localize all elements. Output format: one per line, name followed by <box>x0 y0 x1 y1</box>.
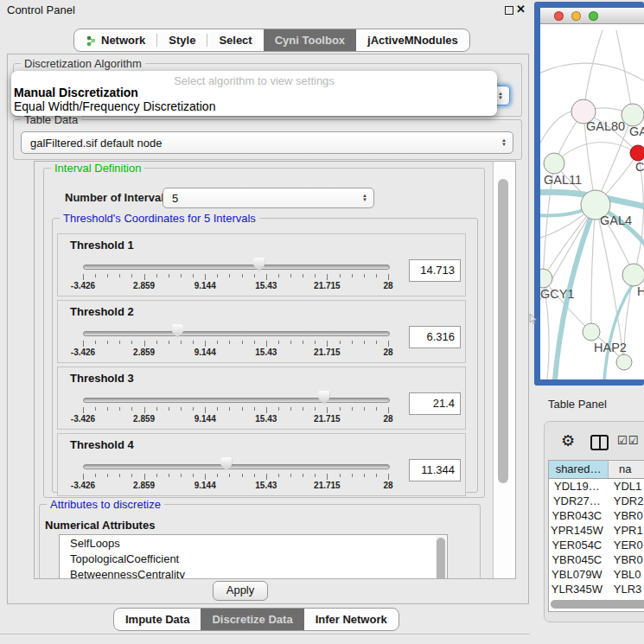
tab-style[interactable]: Style <box>157 29 207 51</box>
network-node-gal11[interactable] <box>544 153 564 174</box>
slider-tick <box>376 341 377 344</box>
attributes-to-discretize-group: Attributes to discretize Numerical Attri… <box>39 504 481 579</box>
tab-cyni-toolbox[interactable]: Cyni Toolbox <box>264 29 356 51</box>
slider-tick <box>95 274 96 277</box>
table-cell: YBR0 <box>605 552 644 567</box>
tab-discretize-data[interactable]: Discretize Data <box>201 609 303 630</box>
tab-select[interactable]: Select <box>207 29 263 51</box>
table-hscrollbar-thumb[interactable] <box>551 600 644 609</box>
close-icon[interactable]: ✕ <box>516 3 526 16</box>
slider-tick <box>193 274 194 277</box>
footer-divider <box>0 634 530 634</box>
table-row[interactable]: YLR345WYLR3 <box>549 582 644 596</box>
network-window-titlebar <box>540 8 644 24</box>
table-horizontal-scrollbar[interactable] <box>551 600 644 609</box>
number-of-intervals-combobox[interactable]: 5 ▲▼ <box>163 188 374 208</box>
panel-title: Control Panel <box>7 3 75 16</box>
slider-tick <box>229 407 230 411</box>
settings-gear-icon[interactable]: ⚙ <box>561 431 575 450</box>
threshold-value-field[interactable]: 11.344 <box>409 459 461 481</box>
float-window-icon[interactable] <box>505 6 513 15</box>
table-header-cell[interactable]: shared… <box>549 461 609 478</box>
threshold-panel: Threshold 1-3.4262.8599.14415.4321.71528… <box>57 233 466 296</box>
table-cell: YDL1 <box>605 479 644 494</box>
slider-tick-label: 2.859 <box>125 281 163 290</box>
slider-tick <box>388 341 389 347</box>
table-data-combobox[interactable]: galFiltered.sif default node ▲▼ <box>21 131 513 154</box>
table-row[interactable]: YBL079WYBL0 <box>549 567 644 582</box>
slider-tick <box>193 407 194 411</box>
slider-tick <box>144 474 145 480</box>
network-node-hap2[interactable] <box>583 323 600 341</box>
slider-tick <box>119 474 120 477</box>
slider-tick <box>376 474 377 477</box>
slider-tick <box>278 407 279 411</box>
close-traffic-light-icon[interactable] <box>554 11 564 21</box>
slider-tick <box>83 341 84 347</box>
slider-tick-label: 15.43 <box>247 348 285 357</box>
tab-jactivemnodules[interactable]: jActiveMNodules <box>356 29 469 51</box>
table-data-group: Table Data galFiltered.sif default node … <box>13 119 522 160</box>
list-scrollbar-thumb[interactable] <box>437 538 445 579</box>
slider-tick-label: -3.426 <box>64 281 102 290</box>
network-node-ga[interactable] <box>622 104 644 126</box>
zoom-traffic-light-icon[interactable] <box>589 11 598 21</box>
dropdown-item[interactable]: Equal Width/Frequency Discretization <box>14 99 215 113</box>
table-row[interactable]: YPR145WYPR1 <box>549 523 644 538</box>
apply-button[interactable]: Apply <box>213 581 268 601</box>
select-columns-checkboxes-icon[interactable]: ☑☑ <box>617 434 639 447</box>
tab-infer-network[interactable]: Infer Network <box>304 609 399 630</box>
table-row[interactable]: YDR27…YDR2 <box>549 494 644 508</box>
interval-definition-group: Interval Definition Number of Intervals … <box>43 168 485 498</box>
slider-tick-label: 21.715 <box>308 414 346 424</box>
attribute-list-item[interactable]: SelfLoops <box>60 535 447 551</box>
control-panel-tabs: NetworkStyleSelectCyni ToolboxjActiveMNo… <box>73 29 470 52</box>
slider-track[interactable] <box>83 265 390 270</box>
panel-scrollbar[interactable] <box>493 162 515 578</box>
slider-tick <box>303 341 303 344</box>
table-cell: YER0 <box>605 538 644 552</box>
slider-track[interactable] <box>83 331 390 336</box>
minimize-traffic-light-icon[interactable] <box>571 11 581 21</box>
table-header-row: shared…na <box>549 461 644 479</box>
network-node-c[interactable] <box>630 145 644 161</box>
tab-network[interactable]: Network <box>74 29 156 51</box>
table-row[interactable]: YBR045CYBR0 <box>549 552 644 567</box>
slider-tick <box>352 274 353 277</box>
slider-tick <box>254 341 255 344</box>
slider-tick-label: 2.859 <box>125 414 163 424</box>
slider-track[interactable] <box>83 464 390 469</box>
attribute-list-item[interactable]: TopologicalCoefficient <box>60 551 447 566</box>
table-row[interactable]: YBR043CYBR0 <box>549 508 644 523</box>
table-header-cell[interactable]: na <box>609 461 644 478</box>
table-cell: YER054C <box>549 538 605 552</box>
dropdown-item[interactable]: Manual Discretization <box>14 86 138 99</box>
slider-tick-label: 2.859 <box>125 348 163 357</box>
split-columns-icon[interactable] <box>590 435 609 450</box>
network-view-inner: GAL80GACGAL11GAL4GCY1HHAP2 <box>540 8 644 379</box>
slider-tick <box>217 341 218 344</box>
network-canvas[interactable]: GAL80GACGAL11GAL4GCY1HHAP2 <box>540 23 644 379</box>
slider-tick <box>388 407 389 413</box>
list-scrollbar[interactable] <box>436 536 446 579</box>
slider-track[interactable] <box>83 398 390 403</box>
table-row[interactable]: YER054CYER0 <box>549 538 644 552</box>
network-edge <box>554 143 638 164</box>
network-node-h[interactable] <box>622 264 644 286</box>
network-node-label: GCY1 <box>540 287 575 301</box>
threshold-value-field[interactable]: 21.4 <box>409 392 461 415</box>
table-cell: YLR3 <box>605 582 644 596</box>
slider-tick-label: 2.859 <box>125 481 163 490</box>
threshold-value-field[interactable]: 6.316 <box>409 326 461 348</box>
panel-scrollbar-thumb[interactable] <box>498 179 508 483</box>
network-node-label: GAL11 <box>544 173 582 187</box>
network-node-gcy1[interactable] <box>540 269 552 288</box>
threshold-value-field[interactable]: 14.713 <box>409 259 461 282</box>
slider-tick <box>205 407 206 413</box>
table-row[interactable]: YDL19…YDL1 <box>549 479 644 494</box>
network-node[interactable] <box>616 354 632 370</box>
tab-impute-data[interactable]: Impute Data <box>114 609 201 630</box>
attribute-list-item[interactable]: BetweennessCentrality <box>60 566 447 579</box>
tab-label: Select <box>219 29 252 51</box>
screen: Control Panel ✕ NetworkStyleSelectCyni T… <box>0 0 644 644</box>
